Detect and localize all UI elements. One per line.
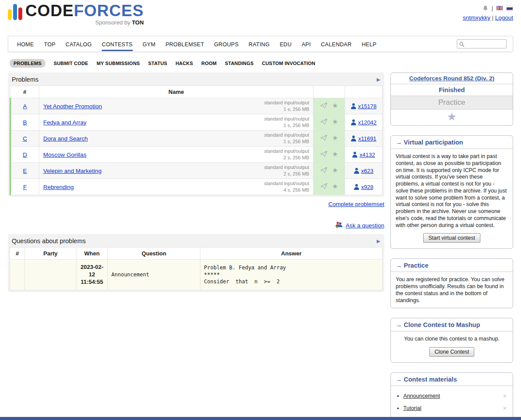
logo-text-block: CODEFORCES Sponsored by TON (25, 3, 144, 26)
nav-edu[interactable]: EDU (279, 37, 291, 51)
submit-paper-plane-icon[interactable] (320, 183, 328, 191)
nav-calendar[interactable]: CALENDAR (321, 37, 352, 51)
nav-groups[interactable]: GROUPS (214, 37, 238, 51)
logout-link[interactable]: Logout (495, 14, 513, 21)
solved-count-link[interactable]: x928 (361, 184, 373, 190)
favorite-star-icon[interactable]: ★ (332, 134, 338, 141)
problem-name-link[interactable]: Fedya and Array (43, 119, 86, 126)
contest-title-link[interactable]: Codeforces Round 852 (Div. 2) (409, 75, 494, 82)
contest-title-row: Codeforces Round 852 (Div. 2) (391, 73, 513, 84)
favorite-star-icon[interactable]: ★ (332, 150, 338, 158)
complete-problemset-link[interactable]: Complete problemset (328, 201, 384, 207)
questions-header-question: Question (108, 248, 200, 260)
questions-panel: Questions about problems ▶ # Party When … (8, 234, 384, 292)
subnav-room[interactable]: ROOM (201, 61, 217, 66)
problem-limits: standard input/output 2 s, 256 MB (264, 164, 309, 177)
material-tutorial-link[interactable]: Tutorial (404, 405, 421, 411)
problem-name-link[interactable]: Rebrending (43, 184, 74, 190)
subnav-submit-code[interactable]: SUBMIT CODE (54, 61, 88, 66)
favorite-star-icon[interactable]: ★ (332, 118, 338, 125)
subnav-problems[interactable]: PROBLEMS (10, 59, 45, 68)
material-announcement-link[interactable]: Announcement (404, 393, 440, 399)
questions-panel-title: Questions about problems ▶ (10, 236, 383, 247)
problem-index-link[interactable]: E (23, 168, 27, 174)
problem-limits: standard input/output 2 s, 256 MB (264, 148, 309, 161)
ask-question-link[interactable]: Ask a question (345, 222, 384, 229)
problem-limits: standard input/output 1 s, 256 MB (264, 100, 309, 113)
favorite-star-icon[interactable]: ★ (332, 166, 338, 174)
contest-favorite-star-icon[interactable]: ★ (447, 110, 456, 123)
nav-gym[interactable]: GYM (143, 37, 155, 51)
problem-limits: standard input/output 1 s, 256 MB (264, 116, 309, 129)
contest-materials-title: → Contest materials (391, 373, 513, 386)
nav-catalog[interactable]: CATALOG (66, 37, 92, 51)
logo-text: CODEFORCES (25, 3, 144, 19)
language-russian-flag-icon[interactable] (506, 6, 513, 10)
question-index (10, 260, 25, 290)
problem-index-link[interactable]: F (23, 184, 27, 190)
solved-count-link[interactable]: x15178 (358, 103, 377, 110)
question-when: 2023-02-12 11:54:55 (76, 260, 108, 290)
problem-name-link[interactable]: Yet Another Promotion (43, 103, 102, 110)
user-row: sntmxykky | Logout (463, 14, 513, 21)
solved-count-link[interactable]: x623 (361, 168, 373, 174)
problem-index-link[interactable]: B (23, 119, 27, 126)
clone-contest-box: → Clone Contest to Mashup You can clone … (390, 318, 513, 363)
problem-index-link[interactable]: D (23, 151, 27, 158)
subnav-custom-invocation[interactable]: CUSTOM INVOCATION (262, 61, 315, 66)
submit-paper-plane-icon[interactable] (320, 102, 328, 110)
notification-bell-icon[interactable] (483, 5, 488, 11)
problem-row: A Yet Another Promotion standard input/o… (10, 98, 383, 114)
header: CODEFORCES Sponsored by TON | (8, 3, 513, 35)
problem-index-link[interactable]: A (23, 103, 27, 110)
main-nav-items: HOME TOP CATALOG CONTESTS GYM PROBLEMSET… (17, 37, 376, 51)
problems-panel: Problems ▶ # Name A (8, 72, 384, 197)
subnav-hacks[interactable]: HACKS (176, 61, 193, 66)
favorite-star-icon[interactable]: ★ (332, 102, 338, 109)
problem-name-link[interactable]: Dora and Search (43, 135, 88, 142)
problem-row: F Rebrending standard input/output 4 s, … (10, 179, 383, 195)
codeforces-logo[interactable]: CODEFORCES Sponsored by TON (8, 3, 144, 26)
problem-index-link[interactable]: C (23, 135, 27, 142)
clone-contest-button[interactable]: Clone Contest (429, 347, 474, 357)
submit-paper-plane-icon[interactable] (320, 151, 328, 159)
subnav-standings[interactable]: STANDINGS (225, 61, 254, 66)
questions-header-when: When (76, 248, 108, 260)
questions-header-party: Party (25, 248, 76, 260)
submit-paper-plane-icon[interactable] (320, 134, 328, 143)
nav-top[interactable]: TOP (44, 37, 55, 51)
footer-bar (0, 417, 521, 420)
close-icon[interactable]: × (503, 392, 507, 399)
nav-contests[interactable]: CONTESTS (102, 37, 132, 51)
favorite-star-icon[interactable]: ★ (332, 182, 338, 190)
nav-api[interactable]: API (302, 37, 311, 51)
virtual-participation-title: → Virtual participation (391, 136, 513, 149)
problem-row: C Dora and Search standard input/output … (10, 131, 383, 147)
panel-expand-arrow-icon[interactable]: ▶ (377, 238, 380, 244)
subnav-my-submissions[interactable]: MY SUBMISSIONS (97, 61, 140, 66)
subnav-status[interactable]: STATUS (148, 61, 167, 66)
username-link[interactable]: sntmxykky (463, 14, 490, 21)
nav-home[interactable]: HOME (17, 37, 34, 51)
clone-button-row: Clone Contest (391, 347, 513, 362)
nav-help[interactable]: HELP (362, 37, 376, 51)
submit-paper-plane-icon[interactable] (320, 167, 328, 175)
solved-count-link[interactable]: x4132 (359, 151, 375, 158)
question-text: Announcement (108, 260, 200, 290)
problems-panel-title: Problems ▶ (10, 74, 383, 86)
problem-limits: standard input/output 4 s, 256 MB (264, 180, 309, 193)
nav-problemset[interactable]: PROBLEMSET (166, 37, 204, 51)
language-english-flag-icon[interactable] (496, 6, 503, 10)
close-icon[interactable]: × (503, 405, 507, 412)
contest-star-row: ★ (391, 110, 513, 125)
problem-name-link[interactable]: Moscow Gorillas (43, 151, 86, 158)
submit-paper-plane-icon[interactable] (320, 118, 328, 127)
problem-name-link[interactable]: Velepin and Marketing (43, 168, 102, 174)
panel-expand-arrow-icon[interactable]: ▶ (377, 77, 380, 83)
nav-rating[interactable]: RATING (248, 37, 269, 51)
solved-person-icon (351, 119, 356, 125)
sponsored-by-label: Sponsored by TON (95, 19, 144, 26)
solved-count-link[interactable]: x12042 (358, 119, 377, 126)
start-virtual-contest-button[interactable]: Start virtual contest (423, 233, 480, 243)
solved-count-link[interactable]: x11691 (358, 135, 376, 142)
